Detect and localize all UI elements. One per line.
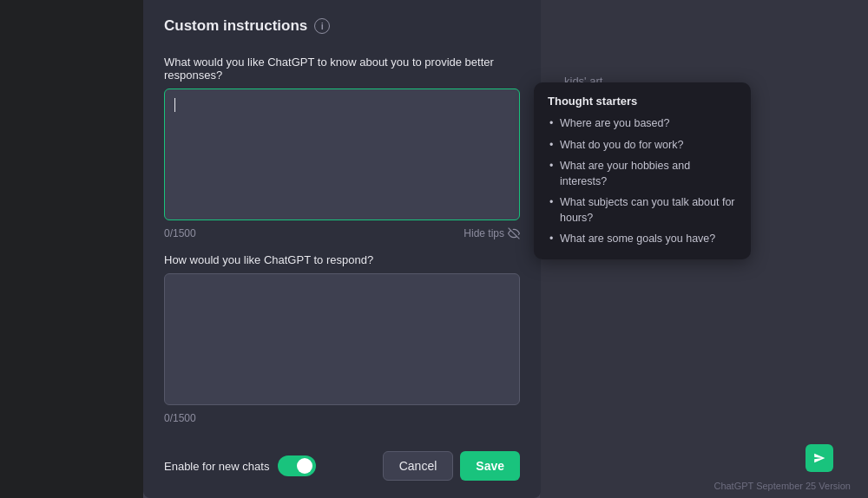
char-count2: 0/1500: [164, 412, 196, 424]
hide-tips-icon: [508, 227, 520, 239]
thought-starters-title: Thought starters: [548, 95, 737, 108]
cancel-button[interactable]: Cancel: [383, 451, 454, 481]
thought-starter-item: What are your hobbies and interests?: [548, 159, 737, 189]
enable-toggle[interactable]: [278, 455, 316, 476]
version-text: ChatGPT September 25 Version: [713, 481, 851, 491]
enable-toggle-container: Enable for new chats: [164, 455, 316, 476]
thought-starters-tooltip: Thought starters Where are you based?Wha…: [534, 82, 751, 259]
info-icon[interactable]: i: [314, 18, 330, 34]
section1-label: What would you like ChatGPT to know abou…: [164, 56, 520, 82]
modal-footer: Enable for new chats Cancel Save: [164, 441, 520, 481]
enable-label: Enable for new chats: [164, 460, 269, 473]
char-count1: 0/1500: [164, 227, 196, 239]
section2-label: How would you like ChatGPT to respond?: [164, 253, 520, 266]
textarea2-wrapper: [164, 273, 520, 409]
textarea2[interactable]: [164, 273, 520, 405]
sidebar: [0, 0, 143, 498]
char-count-row1: 0/1500 Hide tips: [164, 227, 520, 239]
custom-instructions-modal: Custom instructions i What would you lik…: [143, 0, 541, 498]
textarea1-wrapper: [164, 88, 520, 224]
hide-tips-button[interactable]: Hide tips: [464, 227, 520, 239]
footer-buttons: Cancel Save: [383, 451, 520, 481]
thought-starter-item: What subjects can you talk about for hou…: [548, 195, 737, 226]
thought-starter-item: Where are you based?: [548, 116, 737, 132]
modal-header: Custom instructions i: [164, 17, 520, 35]
toggle-slider: [278, 455, 316, 476]
hide-tips-label: Hide tips: [464, 227, 504, 239]
thought-starter-item: What do you do for work?: [548, 138, 737, 154]
textarea1[interactable]: [164, 88, 520, 220]
modal-title: Custom instructions: [164, 17, 307, 35]
thought-starter-item: What are some goals you have?: [548, 232, 737, 247]
save-button[interactable]: Save: [460, 451, 520, 481]
cursor-line: [174, 98, 175, 112]
send-button[interactable]: [806, 444, 833, 472]
char-count-row2: 0/1500: [164, 412, 520, 424]
thought-starters-list: Where are you based?What do you do for w…: [548, 116, 737, 247]
